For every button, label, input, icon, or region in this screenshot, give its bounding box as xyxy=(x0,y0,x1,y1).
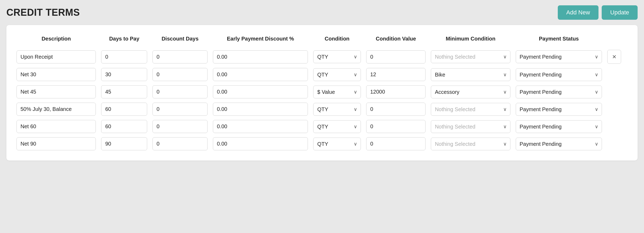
payment-status-select[interactable]: Payment PendingPaidOverdue xyxy=(516,103,602,116)
col-header-minimum-condition: Minimum Condition xyxy=(428,33,513,48)
early-payment-discount-input[interactable] xyxy=(213,68,308,81)
condition-value-input[interactable] xyxy=(366,68,426,81)
table-row: QTY$ ValueNothing SelectedBikeAccessoryP… xyxy=(14,101,630,118)
col-header-early-payment-discount: Early Payment Discount % xyxy=(210,33,311,48)
table-row: QTY$ ValueNothing SelectedBikeAccessoryP… xyxy=(14,66,630,83)
discount-days-input[interactable] xyxy=(152,103,208,116)
days-to-pay-input[interactable] xyxy=(101,137,147,150)
condition-select[interactable]: QTY$ Value xyxy=(313,138,361,150)
discount-days-input[interactable] xyxy=(152,85,208,98)
page-header: CREDIT TERMS Add New Update xyxy=(6,5,638,20)
table-card: Description Days to Pay Discount Days Ea… xyxy=(6,25,638,160)
description-input[interactable] xyxy=(16,103,96,116)
header-buttons: Add New Update xyxy=(558,5,638,20)
minimum-condition-select[interactable]: Nothing SelectedBikeAccessory xyxy=(431,103,510,116)
early-payment-discount-input[interactable] xyxy=(213,103,308,116)
description-input[interactable] xyxy=(16,137,96,150)
col-header-days-to-pay: Days to Pay xyxy=(98,33,150,48)
early-payment-discount-input[interactable] xyxy=(213,137,308,150)
condition-select[interactable]: QTY$ Value xyxy=(313,103,361,116)
col-header-payment-status: Payment Status xyxy=(513,33,605,48)
col-header-discount-days: Discount Days xyxy=(150,33,210,48)
description-input[interactable] xyxy=(16,68,96,81)
days-to-pay-input[interactable] xyxy=(101,68,147,81)
days-to-pay-input[interactable] xyxy=(101,103,147,116)
add-new-button[interactable]: Add New xyxy=(558,5,598,20)
discount-days-input[interactable] xyxy=(152,50,208,63)
discount-days-input[interactable] xyxy=(152,68,208,81)
minimum-condition-select[interactable]: Nothing SelectedBikeAccessory xyxy=(431,120,510,133)
payment-status-select[interactable]: Payment PendingPaidOverdue xyxy=(516,50,602,63)
description-input[interactable] xyxy=(16,120,96,133)
early-payment-discount-input[interactable] xyxy=(213,50,308,63)
table-row: QTY$ ValueNothing SelectedBikeAccessoryP… xyxy=(14,48,630,66)
description-input[interactable] xyxy=(16,85,96,98)
payment-status-select[interactable]: Payment PendingPaidOverdue xyxy=(516,138,602,150)
table-header-row: Description Days to Pay Discount Days Ea… xyxy=(14,33,630,48)
col-header-action xyxy=(605,33,630,48)
payment-status-select[interactable]: Payment PendingPaidOverdue xyxy=(516,86,602,98)
condition-value-input[interactable] xyxy=(366,120,426,133)
minimum-condition-select[interactable]: Nothing SelectedBikeAccessory xyxy=(431,86,510,98)
page-title: CREDIT TERMS xyxy=(6,7,80,18)
payment-status-select[interactable]: Payment PendingPaidOverdue xyxy=(516,68,602,81)
condition-value-input[interactable] xyxy=(366,85,426,98)
days-to-pay-input[interactable] xyxy=(101,85,147,98)
credit-table: Description Days to Pay Discount Days Ea… xyxy=(14,33,630,152)
page-wrapper: CREDIT TERMS Add New Update Description … xyxy=(0,0,644,233)
condition-value-input[interactable] xyxy=(366,137,426,150)
condition-select[interactable]: QTY$ Value xyxy=(313,86,361,98)
discount-days-input[interactable] xyxy=(152,137,208,150)
days-to-pay-input[interactable] xyxy=(101,120,147,133)
days-to-pay-input[interactable] xyxy=(101,50,147,63)
minimum-condition-select[interactable]: Nothing SelectedBikeAccessory xyxy=(431,138,510,150)
description-input[interactable] xyxy=(16,50,96,63)
condition-select[interactable]: QTY$ Value xyxy=(313,68,361,81)
delete-row-button[interactable]: ✕ xyxy=(607,50,621,64)
col-header-condition: Condition xyxy=(311,33,364,48)
condition-select[interactable]: QTY$ Value xyxy=(313,50,361,63)
payment-status-select[interactable]: Payment PendingPaidOverdue xyxy=(516,120,602,133)
table-row: QTY$ ValueNothing SelectedBikeAccessoryP… xyxy=(14,83,630,101)
condition-value-input[interactable] xyxy=(366,50,426,63)
table-row: QTY$ ValueNothing SelectedBikeAccessoryP… xyxy=(14,118,630,135)
col-header-condition-value: Condition Value xyxy=(364,33,428,48)
condition-select[interactable]: QTY$ Value xyxy=(313,120,361,133)
early-payment-discount-input[interactable] xyxy=(213,120,308,133)
col-header-description: Description xyxy=(14,33,98,48)
table-row: QTY$ ValueNothing SelectedBikeAccessoryP… xyxy=(14,135,630,152)
discount-days-input[interactable] xyxy=(152,120,208,133)
early-payment-discount-input[interactable] xyxy=(213,85,308,98)
minimum-condition-select[interactable]: Nothing SelectedBikeAccessory xyxy=(431,68,510,81)
update-button[interactable]: Update xyxy=(602,5,638,20)
minimum-condition-select[interactable]: Nothing SelectedBikeAccessory xyxy=(431,50,510,63)
condition-value-input[interactable] xyxy=(366,103,426,116)
